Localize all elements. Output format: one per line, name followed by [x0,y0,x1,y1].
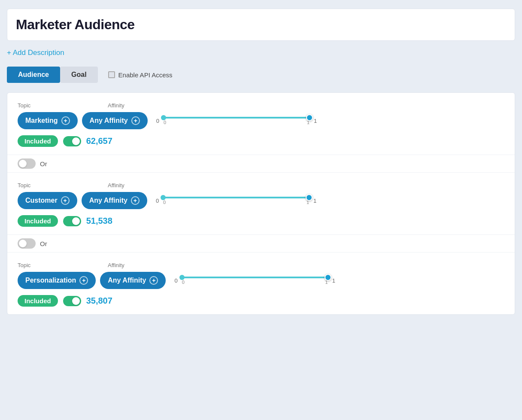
row1-topic-value: Marketing [25,117,58,125]
row2-slider-max-label: 1 [313,198,316,204]
or2-label: Or [40,240,47,247]
row3-slider-max-label: 1 [332,277,335,284]
row2-labels: Topic Affinity [18,182,504,189]
row1-affinity-button[interactable]: Any Affinity + [82,112,148,129]
row2-count: 51,538 [86,216,112,226]
row2-topic-value: Customer [25,197,58,204]
row1-controls: Marketing + Any Affinity + 0 0 [18,112,504,129]
tab-goal[interactable]: Goal [60,67,98,83]
row1-affinity-value: Any Affinity [90,117,128,125]
row3-toggle-thumb [72,297,80,305]
row2-included-badge: Included [18,215,58,227]
row2-slider-area: 0 0 1 1 [156,197,316,205]
row3-slider-thumb-left [179,275,185,280]
row2-slider-thumb-left [161,195,166,200]
row3-slider-num-low: 0 [182,280,185,285]
row3-affinity-button[interactable]: Any Affinity + [100,272,166,289]
audience-row-1: Topic Affinity Marketing + Any Affinity … [7,93,515,155]
row3-affinity-label: Affinity [108,262,124,268]
page-wrapper: Marketer Audience + Add Description Audi… [0,0,522,420]
row2-slider-numbers: 0 1 [163,200,309,205]
row2-slider-track [163,197,309,198]
row1-slider-area: 0 0 1 1 [156,117,317,125]
api-access-checkbox[interactable] [108,71,115,78]
row3-slider[interactable]: 0 1 [182,277,328,285]
or-divider-2: Or [7,235,515,253]
row2-slider-num-low: 0 [163,200,166,205]
row2-topic-plus-icon[interactable]: + [61,196,70,205]
row2-slider[interactable]: 0 1 [163,197,309,205]
row1-toggle[interactable] [63,136,81,146]
row3-count: 35,807 [86,296,112,306]
audience-row-3: Topic Affinity Personalization + Any Aff… [7,253,515,314]
content-card: Topic Affinity Marketing + Any Affinity … [7,92,515,315]
api-access-label: Enable API Access [118,71,173,79]
row1-slider-thumb-right[interactable] [306,114,313,121]
row2-topic-button[interactable]: Customer + [18,192,77,209]
row2-affinity-value: Any Affinity [89,197,127,204]
audience-row-2: Topic Affinity Customer + Any Affinity +… [7,173,515,235]
title-box: Marketer Audience [7,9,515,41]
row1-topic-label: Topic [18,102,108,109]
row1-slider-numbers: 0 1 [164,120,310,125]
row1-count: 62,657 [86,136,112,146]
row1-toggle-thumb [72,137,80,145]
row1-topic-button[interactable]: Marketing + [18,112,78,129]
row1-slider-num-low: 0 [164,120,166,125]
row3-affinity-value: Any Affinity [108,277,146,284]
row3-affinity-plus-icon[interactable]: + [149,276,158,285]
row2-included-row: Included 51,538 [18,215,504,227]
row3-toggle[interactable] [63,296,81,306]
row3-included-row: Included 35,807 [18,295,504,307]
tabs-bar: Audience Goal Enable API Access [7,65,515,85]
row3-topic-label: Topic [18,262,108,268]
row1-slider-min-label: 0 [156,118,159,124]
row1-affinity-label: Affinity [108,102,124,109]
row2-controls: Customer + Any Affinity + 0 0 [18,192,504,209]
row3-slider-thumb-right[interactable] [325,274,331,281]
row3-included-badge: Included [18,295,58,307]
row1-slider-track [164,117,310,119]
row2-affinity-label: Affinity [108,182,124,189]
row1-slider-max-label: 1 [314,118,317,124]
tab-audience[interactable]: Audience [7,67,60,83]
row2-toggle[interactable] [63,216,81,226]
row3-slider-area: 0 0 1 1 [174,277,335,285]
row2-slider-thumb-right[interactable] [306,194,313,201]
or-divider-1: Or [7,155,515,173]
row3-controls: Personalization + Any Affinity + 0 [18,272,504,289]
or2-toggle[interactable] [18,238,36,249]
page-title: Marketer Audience [16,17,506,33]
row2-slider-min-label: 0 [156,198,159,204]
row1-included-badge: Included [18,135,58,147]
or1-toggle-thumb [19,160,27,167]
row2-affinity-plus-icon[interactable]: + [131,196,140,205]
row1-affinity-plus-icon[interactable]: + [131,116,140,125]
row3-slider-min-label: 0 [174,277,177,284]
row2-affinity-button[interactable]: Any Affinity + [82,192,147,209]
or1-toggle[interactable] [18,158,36,169]
add-description-link[interactable]: + Add Description [7,49,64,57]
api-access-container: Enable API Access [108,71,173,79]
row1-included-row: Included 62,657 [18,135,504,147]
row3-topic-value: Personalization [25,277,76,284]
row2-toggle-thumb [72,217,80,225]
row3-slider-numbers: 0 1 [182,280,328,285]
row1-slider[interactable]: 0 1 [164,117,310,125]
row1-slider-thumb-left [161,115,166,120]
row2-topic-label: Topic [18,182,108,189]
or2-toggle-thumb [19,240,27,247]
row3-slider-track [182,277,328,278]
or1-label: Or [40,160,47,167]
row3-labels: Topic Affinity [18,262,504,268]
row3-topic-plus-icon[interactable]: + [79,276,88,285]
row1-labels: Topic Affinity [18,102,504,109]
row1-topic-plus-icon[interactable]: + [61,116,70,125]
row3-topic-button[interactable]: Personalization + [18,272,96,289]
